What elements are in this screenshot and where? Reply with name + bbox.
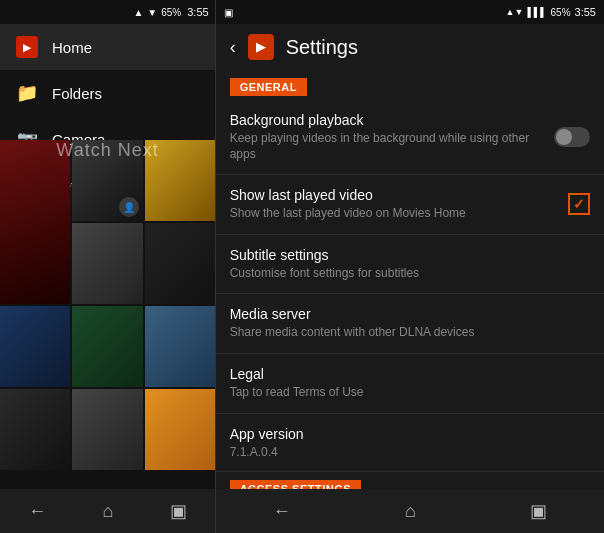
settings-item-text-background: Background playback Keep playing videos … <box>230 112 544 162</box>
video-thumb-2[interactable]: 👤 <box>72 140 142 221</box>
legal-desc: Tap to read Terms of Use <box>230 385 580 401</box>
video-thumb-10[interactable] <box>72 389 142 470</box>
section-label-access: ACCESS SETTINGS <box>230 480 361 489</box>
sidebar-item-folders[interactable]: 📁 Folders <box>0 70 215 116</box>
settings-item-legal[interactable]: Legal Tap to read Terms of Use <box>216 354 604 414</box>
signal-icon-left: ▲ <box>133 7 143 18</box>
app-version-title: App version <box>230 426 580 442</box>
background-playback-title: Background playback <box>230 112 544 128</box>
show-last-played-checkbox[interactable] <box>568 193 590 215</box>
settings-header: ‹ ▶ Settings <box>216 24 604 70</box>
settings-item-text-legal: Legal Tap to read Terms of Use <box>230 366 580 401</box>
video-thumb-3[interactable] <box>145 140 215 221</box>
show-last-played-desc: Show the last played video on Movies Hom… <box>230 206 558 222</box>
sidebar-item-home[interactable]: ▶ Home <box>0 24 215 70</box>
home-button-left[interactable]: ⌂ <box>87 493 130 530</box>
status-bar-left: ▲ ▼ 65% 3:55 <box>0 0 215 24</box>
folder-icon: 📁 <box>16 82 38 104</box>
subtitle-settings-desc: Customise font settings for subtitles <box>230 266 580 282</box>
settings-item-subtitle[interactable]: Subtitle settings Customise font setting… <box>216 235 604 295</box>
status-right-icons: ▲▼ ▌▌▌ 65% 3:55 <box>506 6 596 18</box>
settings-content: GENERAL Background playback Keep playing… <box>216 70 604 489</box>
back-button-right[interactable]: ← <box>257 493 307 530</box>
background-playback-desc: Keep playing videos in the background wh… <box>230 131 544 162</box>
settings-item-background-playback[interactable]: Background playback Keep playing videos … <box>216 100 604 175</box>
legal-title: Legal <box>230 366 580 382</box>
video-thumb-1[interactable] <box>0 140 70 304</box>
notification-icon: ▣ <box>224 7 233 18</box>
video-thumb-5[interactable] <box>145 223 215 304</box>
settings-item-app-version: App version 7.1.A.0.4 <box>216 414 604 472</box>
home-app-icon: ▶ <box>16 36 38 58</box>
left-panel: ▲ ▼ 65% 3:55 ▶ Home 📁 Folders 📷 Camera <box>0 0 215 533</box>
settings-item-show-last-played[interactable]: Show last played video Show the last pla… <box>216 175 604 235</box>
wifi-icon-left: ▼ <box>147 7 157 18</box>
battery-right: 65% <box>551 7 571 18</box>
recent-button-left[interactable]: ▣ <box>154 492 203 530</box>
back-button-left[interactable]: ← <box>12 493 62 530</box>
time-right: 3:55 <box>575 6 596 18</box>
settings-title: Settings <box>286 36 358 59</box>
status-left-icons: ▣ <box>224 7 233 18</box>
settings-item-media-server[interactable]: Media server Share media content with ot… <box>216 294 604 354</box>
bottom-nav-left: ← ⌂ ▣ <box>0 489 215 533</box>
sidebar-item-label-folders: Folders <box>52 85 102 102</box>
app-icon-label: ▶ <box>256 40 265 54</box>
video-grid: 👤 <box>0 140 215 470</box>
battery-left: 65% <box>161 7 181 18</box>
video-thumb-4[interactable] <box>72 223 142 304</box>
signal-bar-icon: ▌▌▌ <box>527 7 546 17</box>
video-thumb-6[interactable] <box>0 306 70 387</box>
recent-button-right[interactable]: ▣ <box>514 492 563 530</box>
home-button-right[interactable]: ⌂ <box>389 493 432 530</box>
settings-item-text-last-played: Show last played video Show the last pla… <box>230 187 558 222</box>
toggle-knob <box>556 129 572 145</box>
show-last-played-title: Show last played video <box>230 187 558 203</box>
settings-item-text-media: Media server Share media content with ot… <box>230 306 580 341</box>
video-thumb-9[interactable] <box>0 389 70 470</box>
time-left: 3:55 <box>187 6 208 18</box>
video-thumb-8[interactable] <box>145 306 215 387</box>
subtitle-settings-title: Subtitle settings <box>230 247 580 263</box>
settings-item-text-version: App version 7.1.A.0.4 <box>230 426 580 459</box>
media-server-desc: Share media content with other DLNA devi… <box>230 325 580 341</box>
home-icon-label: ▶ <box>23 42 31 53</box>
settings-item-text-subtitle: Subtitle settings Customise font setting… <box>230 247 580 282</box>
right-panel: ▣ ▲▼ ▌▌▌ 65% 3:55 ‹ ▶ Settings GENERAL B… <box>216 0 604 533</box>
media-server-title: Media server <box>230 306 580 322</box>
video-thumb-11[interactable] <box>145 389 215 470</box>
section-label-general: GENERAL <box>230 78 307 96</box>
wifi-icon-right: ▲▼ <box>506 7 524 17</box>
settings-app-icon: ▶ <box>248 34 274 60</box>
status-bar-right: ▣ ▲▼ ▌▌▌ 65% 3:55 <box>216 0 604 24</box>
video-thumb-7[interactable] <box>72 306 142 387</box>
background-playback-toggle[interactable] <box>554 127 590 147</box>
sidebar-item-label-home: Home <box>52 39 92 56</box>
back-arrow-button[interactable]: ‹ <box>230 37 236 58</box>
bottom-nav-right: ← ⌂ ▣ <box>216 489 604 533</box>
app-version-value: 7.1.A.0.4 <box>230 445 580 459</box>
